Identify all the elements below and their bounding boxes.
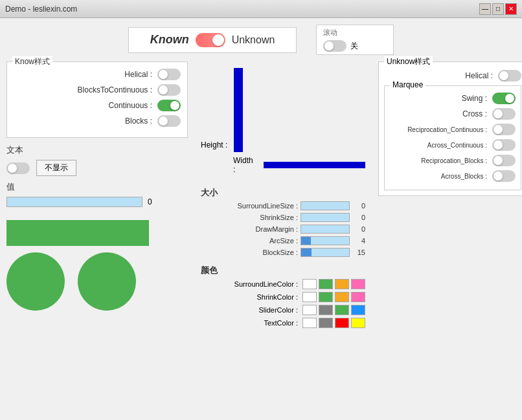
swing-toggle[interactable]	[492, 93, 516, 104]
color-row-label: TextColor :	[201, 319, 298, 327]
size-row-track[interactable]	[301, 201, 350, 210]
maximize-button[interactable]: □	[492, 3, 504, 15]
value-section-title: 值	[6, 181, 188, 193]
size-row-track[interactable]	[301, 213, 350, 222]
size-row-label: ShrinkSize :	[201, 214, 298, 221]
across-blocks-toggle[interactable]	[492, 170, 516, 182]
size-row-track[interactable]	[301, 225, 350, 234]
color-row-item: TextColor :	[201, 318, 365, 328]
reciproc-cont-label: Reciprocation_Continuous :	[407, 126, 487, 133]
color-swatch[interactable]	[319, 292, 333, 302]
chart-area: Height : Width :	[201, 68, 365, 174]
blocks-continuous-toggle[interactable]	[157, 84, 181, 96]
color-swatch[interactable]	[335, 279, 349, 289]
size-row-value: 15	[352, 249, 365, 256]
size-row-item: DrawMargin :0	[201, 225, 365, 234]
color-swatch[interactable]	[351, 318, 365, 328]
value-slider[interactable]	[6, 197, 142, 207]
know-style-group: Know样式 Helical : BlocksToContinuous : Co…	[6, 61, 188, 138]
window-title: Demo - lesliexin.com	[5, 5, 478, 14]
size-row-item: ArcSize :4	[201, 236, 365, 245]
left-panel: Know样式 Helical : BlocksToContinuous : Co…	[6, 61, 188, 331]
main-content: Known Unknown 滚动 关 Know样式 H	[0, 18, 522, 420]
height-row: Height :	[201, 68, 243, 152]
reciproc-cont-toggle[interactable]	[492, 124, 516, 135]
known-unknown-toggle[interactable]	[196, 33, 225, 47]
color-row-label: ShrinkColor :	[201, 293, 298, 301]
size-section: 大小 SurroundLineSize :0ShrinkSize :0DrawM…	[201, 187, 365, 260]
size-row-fill	[301, 237, 311, 245]
color-swatch[interactable]	[319, 318, 333, 328]
size-rows: SurroundLineSize :0ShrinkSize :0DrawMarg…	[201, 201, 365, 257]
scroll-toggle-knob	[324, 41, 334, 50]
size-row-track[interactable]	[301, 248, 350, 257]
color-swatch[interactable]	[335, 292, 349, 302]
across-cont-label: Across_Continuous :	[427, 142, 487, 149]
marquee-title: Marquee	[390, 80, 426, 89]
unknow-style-group: Unknow样式 Helical : Marquee Swing :	[378, 61, 522, 196]
top-row: Known Unknown 滚动 关	[6, 25, 516, 55]
unknow-helical-label: Helical :	[465, 71, 493, 80]
unknow-style-title: Unknow样式	[384, 56, 433, 67]
color-row-item: ShrinkColor :	[201, 292, 365, 302]
across-blocks-row: Across_Blocks :	[390, 170, 516, 182]
minimize-button[interactable]: —	[479, 3, 491, 15]
color-swatch[interactable]	[335, 318, 349, 328]
color-swatch[interactable]	[351, 279, 365, 289]
scroll-toggle[interactable]	[323, 40, 346, 52]
width-bar	[264, 162, 365, 168]
height-bar	[234, 68, 243, 152]
color-swatch[interactable]	[302, 318, 317, 328]
helical-row: Helical :	[14, 69, 181, 80]
circles-row	[6, 252, 188, 311]
scroll-off-label: 关	[350, 41, 358, 52]
color-swatch[interactable]	[319, 279, 333, 289]
reciproc-blocks-toggle[interactable]	[492, 155, 516, 166]
size-row-label: BlockSize :	[201, 249, 298, 256]
unknow-helical-toggle[interactable]	[498, 70, 521, 82]
known-label: Known	[150, 33, 189, 47]
cross-toggle[interactable]	[492, 108, 516, 120]
right-panel: Unknow样式 Helical : Marquee Swing :	[378, 61, 522, 331]
green-circle-left	[6, 252, 65, 311]
color-swatch[interactable]	[302, 305, 317, 315]
size-row-item: SurroundLineSize :0	[201, 201, 365, 210]
blocks-continuous-row: BlocksToContinuous :	[14, 84, 181, 96]
size-row-track[interactable]	[301, 236, 350, 245]
blocks-toggle[interactable]	[157, 115, 181, 127]
title-bar: Demo - lesliexin.com — □ ✕	[0, 0, 522, 18]
continuous-toggle[interactable]	[157, 100, 181, 111]
color-swatch[interactable]	[302, 292, 317, 302]
blocks-continuous-label: BlocksToContinuous :	[78, 85, 152, 94]
text-toggle[interactable]	[6, 162, 30, 174]
no-display-button[interactable]: 不显示	[36, 160, 76, 176]
color-swatch[interactable]	[351, 292, 365, 302]
color-swatch[interactable]	[335, 305, 349, 315]
close-button[interactable]: ✕	[505, 3, 517, 15]
color-swatch[interactable]	[319, 305, 333, 315]
width-label: Width :	[233, 156, 257, 174]
reciproc-cont-row: Reciprocation_Continuous :	[390, 124, 516, 135]
helical-toggle[interactable]	[157, 69, 181, 80]
size-row-value: 0	[352, 214, 365, 221]
color-row-label: SliderColor :	[201, 306, 298, 314]
shapes-area	[6, 220, 188, 311]
size-row-item: BlockSize :15	[201, 248, 365, 257]
cross-row: Cross :	[390, 108, 516, 120]
blocks-row: Blocks :	[14, 115, 181, 127]
unknown-label: Unknown	[232, 34, 275, 46]
size-row-fill	[301, 202, 349, 210]
width-row: Width :	[233, 156, 365, 174]
toggle-knob	[212, 34, 224, 46]
body-row: Know样式 Helical : BlocksToContinuous : Co…	[6, 61, 516, 331]
continuous-row: Continuous :	[14, 100, 181, 111]
across-cont-toggle[interactable]	[492, 139, 516, 151]
color-title: 颜色	[201, 265, 365, 276]
size-row-value: 0	[352, 202, 365, 210]
size-row-fill	[301, 225, 349, 233]
color-swatch[interactable]	[302, 279, 317, 289]
known-unknown-box: Known Unknown	[128, 27, 297, 53]
continuous-label: Continuous :	[109, 101, 152, 110]
color-swatch[interactable]	[351, 305, 365, 315]
blocks-label: Blocks :	[125, 116, 152, 126]
